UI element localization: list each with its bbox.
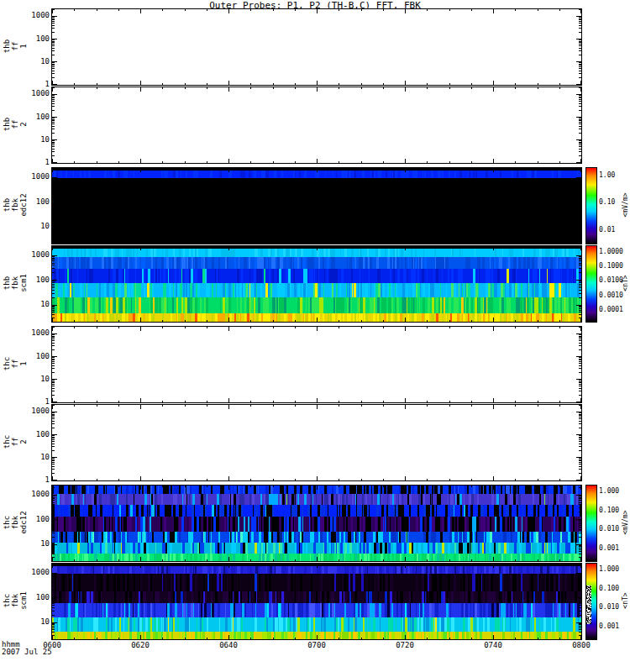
y-tick-label: 1000: [14, 491, 50, 498]
x-tick-label: 0620: [122, 642, 159, 649]
panel-thc-fbk-scm1: [51, 563, 582, 640]
colorbar-unit-wrap: <mV/m>: [620, 485, 630, 560]
colorbar-tick-label: 1.000: [599, 488, 619, 495]
plot-canvas-thb-fbk-scm1: [52, 246, 581, 322]
panel-thb-ff-1: [51, 8, 582, 86]
x-tick-label: 0640: [210, 642, 247, 649]
colorbar-tick-label: 0.01: [599, 227, 615, 234]
y-axis-label-wrap-thc-ff-1: thc ff 1: [0, 326, 30, 402]
plot-canvas-thb-fbk-edc12: [52, 168, 581, 244]
date-label: 2007 Jul 25: [2, 648, 52, 656]
y-tick-label: 1000: [14, 251, 50, 259]
plot-canvas-thc-fbk-edc12: [52, 486, 581, 561]
panel-thb-fbk-scm1: [51, 245, 582, 323]
x-tick-label: 0700: [298, 642, 335, 649]
y-tick-label: 100: [14, 516, 50, 523]
y-tick-label: 1000: [14, 329, 50, 337]
y-tick-label: 100: [14, 35, 50, 43]
y-axis-label-wrap-thc-ff-2: thc ff 2: [0, 404, 30, 480]
colorbar-unit-label: <nT>: [622, 275, 629, 291]
plot-canvas-thc-ff-1: [52, 327, 581, 402]
colorbar-tick-label: 0.010: [599, 604, 619, 611]
time-axis-corner: hhmm 2007 Jul 25: [2, 641, 52, 656]
colorbar-thb-fbk-scm1: [585, 245, 597, 323]
colorbar-unit-label: <mV/m>: [622, 511, 629, 535]
x-tick-label: 0740: [475, 642, 512, 649]
y-tick-label: 1000: [14, 569, 50, 576]
y-tick-label: 10: [14, 223, 50, 230]
y-axis-label-wrap-thb-ff-2: thb ff 2: [0, 87, 30, 162]
y-tick-label: 10: [14, 301, 50, 308]
plot-canvas-thb-ff-1: [52, 9, 581, 85]
panel-thc-ff-2: [51, 404, 582, 481]
colorbar-thc-fbk-edc12: [585, 485, 597, 562]
y-tick-label: 1000: [14, 90, 50, 97]
plot-canvas-thb-ff-2: [52, 87, 581, 163]
y-tick-label: 1: [14, 476, 50, 484]
x-tick-label: 0800: [563, 642, 600, 649]
x-tick-label: 0720: [386, 642, 423, 649]
y-tick-label: 100: [14, 113, 50, 121]
colorbar-unit-label: <mV/m>: [622, 193, 629, 218]
y-tick-label: 1000: [14, 12, 50, 19]
colorbar-unit-label: <nT>: [622, 592, 629, 608]
colorbar-tick-label: 0.010: [599, 526, 619, 533]
colorbar-unit-wrap: <mV/m>: [620, 167, 630, 243]
colorbar-tick-label: 0.100: [599, 585, 619, 592]
panel-thc-fbk-edc12: [51, 485, 582, 562]
y-tick-label: 1: [14, 159, 50, 166]
y-tick-label: 100: [14, 276, 50, 284]
y-tick-label: 1000: [14, 407, 50, 415]
y-axis-label-wrap-thb-ff-1: thb ff 1: [0, 8, 30, 84]
y-tick-label: 10: [14, 136, 50, 144]
y-tick-label: 10: [14, 58, 50, 66]
y-tick-label: 100: [14, 431, 50, 438]
colorbar-tick-label: 1.000: [599, 566, 619, 573]
colorbar-noise-artifact: [586, 564, 591, 639]
panel-thc-ff-1: [51, 326, 582, 403]
y-tick-label: 10: [14, 540, 50, 548]
colorbar-tick-label: 0.100: [599, 507, 619, 514]
plot-canvas-thc-fbk-scm1: [52, 564, 581, 639]
y-tick-label: 100: [14, 353, 50, 360]
spectrogram-figure: Outer Probes: P1, P2 (TH-B,C) FFT, FBK t…: [0, 0, 630, 672]
y-tick-label: 100: [14, 594, 50, 601]
colorbar-tick-label: 0.001: [599, 623, 619, 630]
colorbar-unit-wrap: <nT>: [620, 563, 630, 638]
colorbar-tick-label: 0.001: [599, 545, 619, 552]
colorbar-unit-wrap: <nT>: [620, 245, 630, 321]
y-tick-label: 100: [14, 198, 50, 206]
y-tick-label: 10: [14, 375, 50, 383]
colorbar-thb-fbk-edc12: [585, 167, 597, 244]
colorbar-tick-label: 1.00: [599, 172, 615, 179]
colorbar-thc-fbk-scm1: [585, 563, 597, 640]
panel-thb-fbk-edc12: [51, 167, 582, 244]
y-tick-label: 10: [14, 454, 50, 461]
y-tick-label: 10: [14, 618, 50, 626]
colorbar-tick-label: 0.10: [599, 199, 615, 206]
y-tick-label: 1000: [14, 173, 50, 181]
panel-thb-ff-2: [51, 87, 582, 164]
plot-canvas-thc-ff-2: [52, 405, 581, 480]
